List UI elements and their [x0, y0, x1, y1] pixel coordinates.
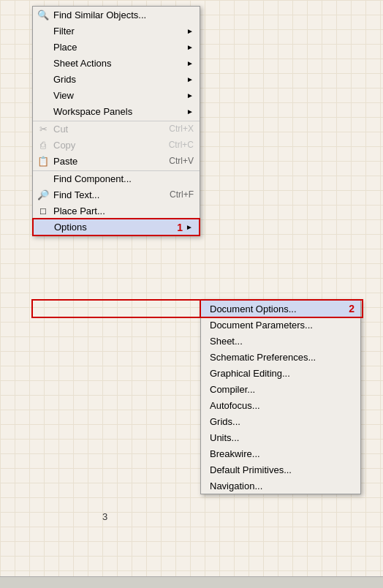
- arrow-icon: ►: [186, 59, 194, 67]
- menu-item-place[interactable]: Place ►: [33, 39, 200, 55]
- horizontal-scrollbar[interactable]: [0, 576, 383, 588]
- menu-item-grids[interactable]: Grids ►: [33, 71, 200, 87]
- menu-item-find-text[interactable]: 🔎 Find Text... Ctrl+F: [33, 186, 200, 203]
- submenu-item-navigation[interactable]: Navigation...: [201, 478, 360, 494]
- arrow-icon: ►: [186, 75, 194, 83]
- submenu-item-document-parameters[interactable]: Document Parameters...: [201, 317, 360, 333]
- submenu-item-document-options[interactable]: Document Options... 2: [201, 301, 360, 317]
- submenu-item-autofocus[interactable]: Autofocus...: [201, 397, 360, 413]
- menu-item-workspace-panels[interactable]: Workspace Panels ►: [33, 103, 200, 119]
- context-menu: 🔍 Find Similar Objects... Filter ► Place…: [32, 6, 200, 236]
- menu-item-view[interactable]: View ►: [33, 87, 200, 103]
- menu-item-paste[interactable]: 📋 Paste Ctrl+V: [33, 153, 200, 169]
- page-number: 3: [102, 511, 107, 522]
- find-text-icon: 🔎: [36, 189, 50, 200]
- menu-item-find-component[interactable]: Find Component...: [33, 170, 200, 186]
- document-options-badge: 2: [349, 303, 354, 314]
- submenu-item-sheet[interactable]: Sheet...: [201, 333, 360, 349]
- submenu-item-default-primitives[interactable]: Default Primitives...: [201, 461, 360, 478]
- submenu-item-units[interactable]: Units...: [201, 429, 360, 445]
- scissors-icon: ✂: [36, 124, 50, 135]
- submenu-item-schematic-preferences[interactable]: Schematic Preferences...: [201, 349, 360, 365]
- submenu-item-graphical-editing[interactable]: Graphical Editing...: [201, 365, 360, 381]
- submenu-item-compiler[interactable]: Compiler...: [201, 381, 360, 397]
- place-part-icon: □: [36, 206, 50, 216]
- menu-item-find-similar[interactable]: 🔍 Find Similar Objects...: [33, 7, 200, 23]
- arrow-icon: ►: [186, 43, 194, 51]
- menu-item-options[interactable]: Options 1 ►: [33, 219, 200, 235]
- submenu-item-breakwire[interactable]: Breakwire...: [201, 445, 360, 461]
- menu-item-place-part[interactable]: □ Place Part...: [33, 203, 200, 219]
- options-badge: 1: [177, 222, 183, 233]
- copy-icon: ⎙: [36, 140, 50, 151]
- submenu-item-grids[interactable]: Grids...: [201, 413, 360, 429]
- menu-item-cut[interactable]: ✂ Cut Ctrl+X: [33, 121, 200, 137]
- menu-item-filter[interactable]: Filter ►: [33, 23, 200, 39]
- arrow-icon: ►: [186, 108, 194, 116]
- arrow-icon: ►: [186, 91, 194, 99]
- menu-item-copy[interactable]: ⎙ Copy Ctrl+C: [33, 137, 200, 153]
- menu-item-sheet-actions[interactable]: Sheet Actions ►: [33, 55, 200, 71]
- submenu-options: Document Options... 2 Document Parameter…: [200, 300, 361, 494]
- arrow-icon: ►: [186, 27, 194, 35]
- search-icon: 🔍: [36, 10, 50, 20]
- paste-icon: 📋: [36, 156, 50, 167]
- arrow-icon: ►: [186, 223, 193, 231]
